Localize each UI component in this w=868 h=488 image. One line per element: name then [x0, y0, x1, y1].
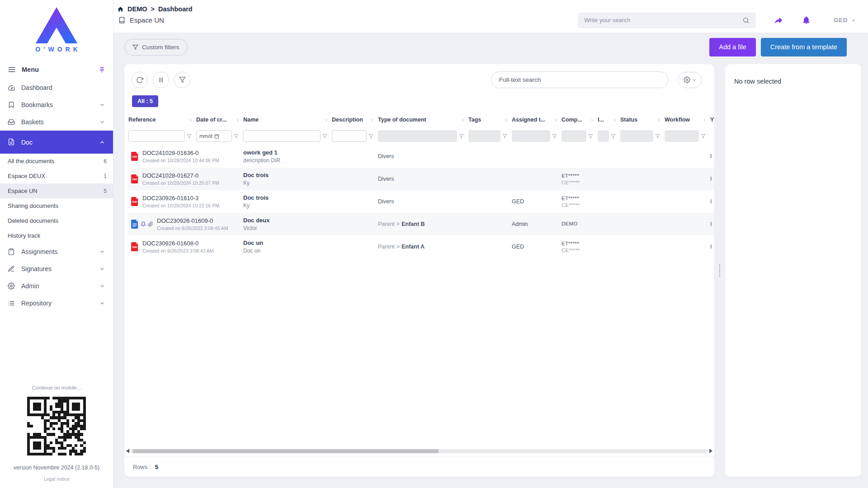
filter-i	[598, 130, 620, 142]
column-header-company[interactable]: Comp...›	[561, 116, 598, 123]
filter-funnel-icon[interactable]	[552, 134, 557, 139]
filter-funnel-icon[interactable]	[234, 134, 239, 139]
filter-date-input[interactable]: mm/d	[196, 130, 232, 142]
filter-name-input[interactable]	[243, 130, 321, 142]
sidebar-item-deleted-documents[interactable]: Deleted documents	[0, 213, 113, 228]
global-search-input[interactable]	[584, 17, 742, 23]
search-icon[interactable]	[742, 17, 750, 24]
document-icon	[8, 138, 15, 146]
svg-text:PDF: PDF	[132, 246, 138, 249]
mobile-hint: Continue on mobile...	[0, 385, 113, 390]
sidebar-item-sharing-documents[interactable]: Sharing documents	[0, 198, 113, 213]
table-toolbar	[124, 64, 714, 88]
filter-funnel-icon[interactable]	[588, 134, 593, 139]
panel-resize-handle[interactable]	[714, 64, 725, 477]
table-row[interactable]: PDF DOC230926-01610-3 Created on 10/28/2…	[128, 190, 714, 213]
sidebar-item-signatures[interactable]: Signatures	[0, 260, 113, 277]
scrollbar-thumb[interactable]	[133, 449, 439, 453]
horizontal-scrollbar	[126, 448, 712, 454]
column-header-reference[interactable]: Reference›	[128, 116, 196, 123]
table-filter-row: mm/d	[128, 127, 714, 145]
breadcrumb-separator: >	[151, 5, 155, 13]
column-header-type[interactable]: Type of document›	[378, 116, 468, 123]
sidebar-item-assignments[interactable]: Assignments	[0, 243, 113, 260]
columns-button[interactable]	[153, 72, 169, 88]
table-footer: Rows : 5	[124, 457, 714, 477]
filter-type-input	[378, 130, 457, 142]
assigned-cell: GED	[512, 198, 561, 205]
sidebar-item-all-documents[interactable]: All the documents 6	[0, 154, 113, 169]
sidebar-item-history-track[interactable]: History track	[0, 228, 113, 243]
column-header-status[interactable]: Status›	[620, 116, 665, 123]
table-row[interactable]: DOC230926-01609-0 Created on 9/26/2023 3…	[128, 213, 714, 235]
menu-label: Menu	[22, 66, 93, 73]
hamburger-menu-icon[interactable]	[8, 66, 16, 74]
filter-reference-input[interactable]	[128, 130, 185, 142]
custom-filters-button[interactable]: Custom filters	[124, 39, 188, 56]
sort-arrow-icon: ›	[462, 116, 464, 123]
sidebar-item-bookmarks[interactable]: Bookmarks	[0, 96, 113, 113]
notifications-bell-icon[interactable]	[802, 15, 811, 25]
column-header-clipped[interactable]: Y	[710, 117, 714, 123]
sidebar-item-admin[interactable]: Admin	[0, 277, 113, 295]
sort-arrow-icon: ›	[236, 116, 239, 123]
sidebar-footer: Continue on mobile... version Novembre 2…	[0, 385, 113, 488]
sidebar-item-doc[interactable]: Doc	[0, 131, 113, 154]
version-label: version Novembre 2024 (2.18.0-5)	[0, 465, 113, 471]
column-header-i[interactable]: I...›	[598, 116, 620, 123]
column-header-name[interactable]: Name›	[243, 116, 332, 123]
refresh-button[interactable]	[132, 72, 148, 88]
filter-funnel-icon	[179, 76, 186, 83]
column-header-workflow[interactable]: Workflow›	[665, 116, 710, 123]
filter-description-input[interactable]	[332, 130, 367, 142]
header-controls: GED	[578, 8, 856, 33]
breadcrumb-current[interactable]: Dashboard	[158, 5, 193, 13]
document-name: Doc un	[243, 239, 332, 246]
column-header-date[interactable]: Date of cr...›	[196, 116, 243, 123]
scrollbar-track[interactable]	[131, 449, 708, 453]
legal-notice-link[interactable]: Legal notice	[0, 476, 113, 482]
document-description: Ky	[243, 202, 332, 209]
sidebar-item-baskets[interactable]: Baskets	[0, 113, 113, 131]
filter-funnel-icon[interactable]	[368, 134, 373, 139]
all-count-badge[interactable]: All : 5	[132, 95, 158, 107]
scroll-left-arrow[interactable]	[126, 449, 129, 453]
table-row[interactable]: PDF DOC241028-01636-0 Created on 10/28/2…	[128, 145, 714, 168]
filter-funnel-icon[interactable]	[322, 134, 327, 139]
fulltext-search-input[interactable]	[491, 71, 668, 88]
add-file-button[interactable]: Add a file	[709, 38, 755, 56]
filter-funnel-icon[interactable]	[611, 134, 616, 139]
type-cell: Divers	[378, 198, 468, 205]
table-row[interactable]: PDF DOC241028-01627-0 Created on 10/28/2…	[128, 168, 714, 190]
filter-funnel-icon[interactable]	[459, 134, 464, 139]
sidebar-item-espace-un[interactable]: Espace UN 5	[0, 183, 113, 198]
sidebar-item-dashboard[interactable]: Dashboard	[0, 79, 113, 96]
sidebar-item-espace-deux[interactable]: Espace DEUX 1	[0, 169, 113, 183]
detail-panel: No row selected	[725, 64, 861, 477]
filter-funnel-icon[interactable]	[502, 134, 507, 139]
breadcrumb: DEMO > Dashboard	[117, 5, 193, 13]
filter-button[interactable]	[174, 72, 190, 88]
column-header-assigned[interactable]: Assigned t...›	[512, 116, 561, 123]
pin-menu-icon[interactable]	[99, 66, 105, 73]
filter-funnel-icon[interactable]	[187, 134, 192, 139]
scroll-right-arrow[interactable]	[709, 449, 712, 453]
user-label: GED	[834, 17, 848, 23]
filter-i-input	[598, 130, 609, 142]
filter-funnel-icon[interactable]	[655, 134, 660, 139]
share-icon[interactable]	[774, 15, 783, 25]
column-header-tags[interactable]: Tags›	[468, 116, 512, 123]
sidebar-item-repository[interactable]: Repository	[0, 295, 113, 312]
column-header-description[interactable]: Description›	[332, 116, 378, 123]
chevron-down-icon	[99, 283, 105, 289]
create-from-template-button[interactable]: Create from a template	[761, 38, 847, 56]
calendar-icon	[214, 134, 219, 139]
global-search	[578, 13, 755, 28]
breadcrumb-root[interactable]: DEMO	[127, 5, 147, 13]
home-icon[interactable]	[117, 6, 124, 13]
table-row[interactable]: PDF DOC230926-01608-0 Created on 9/26/20…	[128, 235, 714, 258]
table-settings-button[interactable]	[678, 72, 702, 88]
filter-funnel-icon[interactable]	[701, 134, 706, 139]
user-menu[interactable]: GED	[834, 17, 856, 23]
filter-badge-row: All : 5	[124, 88, 714, 113]
